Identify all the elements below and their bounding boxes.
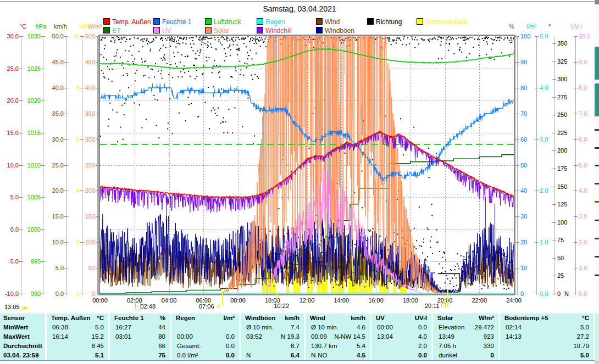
cell-text: 6.4 xyxy=(291,351,304,360)
cell-text: 4.6 xyxy=(357,323,370,332)
sunset-annotation: 20:11 xyxy=(425,303,446,309)
legend-swatch xyxy=(257,27,263,33)
weather-chart-canvas xyxy=(100,36,514,294)
axis-tick-label: 150 xyxy=(71,213,95,220)
axis-tick xyxy=(515,36,519,37)
sliver-segment xyxy=(595,313,599,361)
stats-col-sensor: SensorMinWertMaxWertDurchschnitt03.04. 2… xyxy=(0,313,47,360)
axis-tick-label: 995 xyxy=(16,258,41,265)
stats-cell: 16:1415.2 xyxy=(47,332,108,341)
cell-text: 06:38 xyxy=(47,323,68,332)
axis-tick-label: 10 xyxy=(520,265,545,271)
axis-tick xyxy=(574,165,578,166)
sunrise-annotation: 07:06 ☀ xyxy=(199,303,221,310)
header-text: °C xyxy=(582,313,594,323)
weather-chart-page: Samstag, 03.04.2021 °C30.025.020.015.010… xyxy=(0,0,599,364)
cell-text: 0.0 xyxy=(418,351,431,360)
axis-tick-label: 100 xyxy=(71,239,95,245)
axis-tick-label: 30 xyxy=(520,213,545,220)
axis-tick xyxy=(41,229,45,230)
axis-tick xyxy=(574,62,578,63)
sliver-segment xyxy=(595,83,599,116)
cell-text xyxy=(110,341,115,351)
header-text: km/h xyxy=(285,313,304,323)
cell-text xyxy=(500,351,506,360)
cell-text xyxy=(171,323,177,332)
cell-text: 10.79 xyxy=(573,341,594,351)
stats-col-header: UVUV-I xyxy=(371,313,431,323)
stats-col-4: Windböenkm/hØ 10 min.7.403:52N 19.38.7N6… xyxy=(241,313,306,360)
bottom-divider xyxy=(0,360,599,361)
stats-col-header: Feuchte 1% xyxy=(110,313,170,323)
row-label: Sensor xyxy=(0,313,45,323)
stats-cell: 5.0 xyxy=(500,351,594,360)
axis-line-uv xyxy=(575,36,576,295)
sliver-segment xyxy=(595,147,599,149)
axis-tick-label: 500 xyxy=(71,33,95,40)
axis-tick-label: 5.0 xyxy=(40,265,64,271)
moon-phase-time: 13:05 xyxy=(4,304,20,310)
x-axis-label: 18:00 xyxy=(400,297,421,304)
axis-tick-label: 4.0 xyxy=(540,85,564,91)
axis-tick-label: 1015 xyxy=(16,130,41,136)
legend-item-sonnenschein: Sonnenschein xyxy=(417,18,467,25)
axis-tick xyxy=(515,62,519,63)
axis-tick xyxy=(64,165,68,166)
cell-text: 00:09 xyxy=(306,332,327,341)
stats-cell: 8.7 xyxy=(241,341,304,351)
stats-cell: 130.7 km5.4 xyxy=(306,341,370,351)
axis-line-wm2 xyxy=(97,36,98,295)
stats-cell: 00:000.0 xyxy=(171,332,239,341)
axis-tick xyxy=(41,261,45,262)
axis-tick-label: 1030 xyxy=(16,33,41,40)
axis-tick-label: 250 xyxy=(71,162,95,169)
stats-cell: 16:2744 xyxy=(110,323,170,332)
axis-tick-label: 275 xyxy=(557,94,581,100)
row-label: MinWert xyxy=(0,323,45,332)
cell-text: 13:04 xyxy=(371,332,393,341)
cell-text: 5.1 xyxy=(95,351,108,360)
axis-tick xyxy=(64,114,68,114)
stats-cell: Ø 10 min.7.4 xyxy=(241,323,304,332)
axis-tick xyxy=(515,191,519,191)
sunrise-marker-line xyxy=(222,291,223,305)
legend-label: Temp. Außen xyxy=(112,18,151,26)
axis-tick-label: 200 xyxy=(557,147,581,154)
axis-tick xyxy=(552,79,556,80)
legend-swatch xyxy=(103,27,110,33)
axis-tick xyxy=(515,216,519,217)
sliver-segment xyxy=(595,238,599,239)
stats-cell: N6.4 xyxy=(241,351,304,360)
legend-label: Feuchte 1 xyxy=(162,18,191,26)
cell-text xyxy=(241,341,246,351)
axis-tick-label: -5.0 xyxy=(0,258,19,265)
cell-text: Ø 10 min. xyxy=(241,323,274,332)
cell-text: 0.0 xyxy=(226,341,239,351)
cell-text: 8.7 xyxy=(291,341,304,351)
axis-tick xyxy=(535,88,539,88)
cell-text xyxy=(371,341,377,351)
stats-cell: N-NO4.5 xyxy=(306,351,370,360)
header-text: W/m² xyxy=(479,313,498,323)
legend-swatch xyxy=(153,18,160,25)
cell-text: 5.0 xyxy=(580,323,594,332)
moonset-marker-line xyxy=(276,293,278,300)
cell-text: 16:27 xyxy=(110,323,131,332)
x-axis-label: 08:00 xyxy=(227,297,249,304)
axis-tick xyxy=(552,133,556,133)
cell-text: 5.0 xyxy=(580,351,594,360)
sliver-segment xyxy=(595,256,599,257)
header-text: Windböen xyxy=(241,313,275,323)
page-title: Samstag, 03.04.2021 xyxy=(0,4,599,13)
stats-cell: 2.0 xyxy=(371,341,431,351)
stats-cell: 75 xyxy=(110,351,170,360)
stats-col-header: Windkm/h xyxy=(306,313,370,323)
axis-tick xyxy=(64,62,68,63)
axis-tick xyxy=(535,139,539,140)
legend-label: Windböen xyxy=(325,27,354,35)
axis-tick-label: 400 xyxy=(71,85,95,91)
legend-item-uv: UV xyxy=(153,27,171,34)
axis-tick-label: 0 xyxy=(71,290,95,297)
header-text: km/h xyxy=(351,313,370,323)
legend-label: Wind xyxy=(325,18,340,26)
